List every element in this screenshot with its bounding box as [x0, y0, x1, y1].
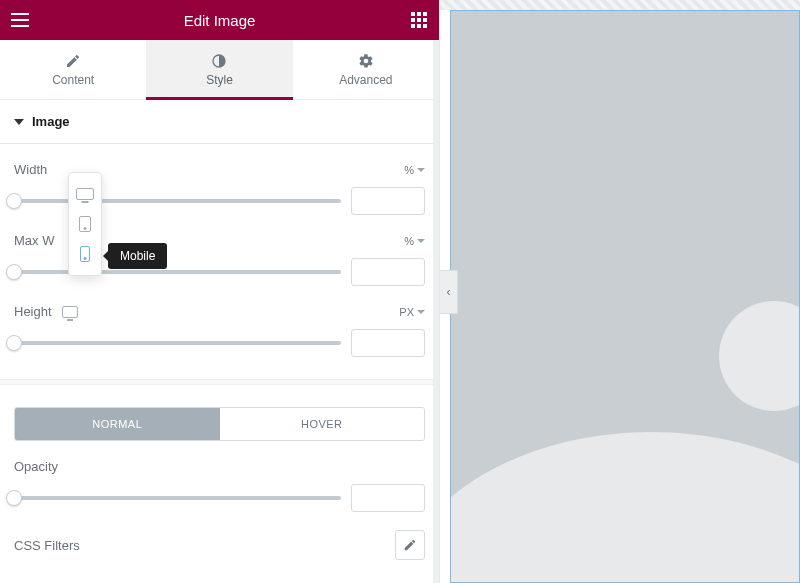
height-input[interactable] [351, 329, 425, 357]
tablet-icon [79, 216, 91, 232]
state-tab-normal[interactable]: NORMAL [15, 408, 220, 440]
device-tablet[interactable] [69, 209, 101, 239]
menu-button[interactable] [10, 10, 30, 30]
tab-content[interactable]: Content [0, 40, 146, 99]
desktop-icon [76, 188, 94, 200]
svg-rect-8 [423, 18, 427, 22]
height-unit: PX [399, 306, 414, 318]
caret-down-icon [14, 119, 24, 125]
section-title: Image [32, 114, 70, 129]
max-width-slider[interactable] [14, 264, 341, 280]
panel-tabs: Content Style Advanced [0, 40, 439, 100]
max-width-label: Max W [14, 233, 54, 248]
svg-rect-1 [11, 19, 29, 21]
image-widget[interactable] [450, 10, 800, 583]
control-opacity: Opacity [14, 441, 425, 512]
placeholder-sun [719, 301, 800, 411]
opacity-slider[interactable] [14, 490, 341, 506]
tooltip-mobile: Mobile [108, 243, 167, 269]
max-width-unit-select[interactable]: % [404, 235, 425, 247]
section-toggle-image[interactable]: Image [0, 100, 439, 144]
max-width-unit: % [404, 235, 414, 247]
editor-panel: Edit Image Content Style Advanced Image … [0, 0, 440, 583]
device-desktop[interactable] [69, 179, 101, 209]
style-controls: Width % Max W % [0, 144, 439, 560]
width-slider[interactable] [14, 193, 341, 209]
chevron-down-icon [417, 168, 425, 172]
tab-style[interactable]: Style [146, 40, 292, 99]
svg-rect-10 [417, 24, 421, 28]
divider [0, 379, 439, 385]
apps-button[interactable] [409, 10, 429, 30]
chevron-down-icon [417, 310, 425, 314]
svg-rect-11 [423, 24, 427, 28]
width-input[interactable] [351, 187, 425, 215]
responsive-popover [68, 172, 102, 276]
svg-rect-5 [423, 12, 427, 16]
mobile-icon [80, 246, 90, 262]
svg-rect-6 [411, 18, 415, 22]
panel-title: Edit Image [184, 12, 256, 29]
state-tabs: NORMAL HOVER [14, 407, 425, 441]
control-height: Height PX [14, 286, 425, 357]
state-tab-hover[interactable]: HOVER [220, 408, 425, 440]
css-filters-label: CSS Filters [14, 538, 80, 553]
panel-scrollbar[interactable] [433, 40, 439, 583]
device-mobile[interactable] [69, 239, 101, 269]
css-filters-edit-button[interactable] [395, 530, 425, 560]
svg-rect-2 [11, 25, 29, 27]
canvas-drop-hint [440, 0, 800, 10]
tab-content-label: Content [52, 73, 94, 87]
max-width-input[interactable] [351, 258, 425, 286]
control-css-filters: CSS Filters [14, 530, 425, 560]
panel-header: Edit Image [0, 0, 439, 40]
tab-style-label: Style [206, 73, 233, 87]
width-unit: % [404, 164, 414, 176]
svg-rect-9 [411, 24, 415, 28]
height-slider[interactable] [14, 335, 341, 351]
tab-advanced[interactable]: Advanced [293, 40, 439, 99]
preview-canvas [440, 0, 800, 583]
width-label: Width [14, 162, 47, 177]
svg-rect-7 [417, 18, 421, 22]
opacity-input[interactable] [351, 484, 425, 512]
svg-rect-3 [411, 12, 415, 16]
opacity-label: Opacity [14, 459, 58, 474]
height-label: Height [14, 304, 52, 319]
svg-rect-4 [417, 12, 421, 16]
collapse-panel-button[interactable]: ‹ [440, 270, 458, 314]
height-unit-select[interactable]: PX [399, 306, 425, 318]
svg-rect-0 [11, 13, 29, 15]
responsive-toggle[interactable] [62, 306, 78, 318]
tab-advanced-label: Advanced [339, 73, 392, 87]
chevron-down-icon [417, 239, 425, 243]
width-unit-select[interactable]: % [404, 164, 425, 176]
